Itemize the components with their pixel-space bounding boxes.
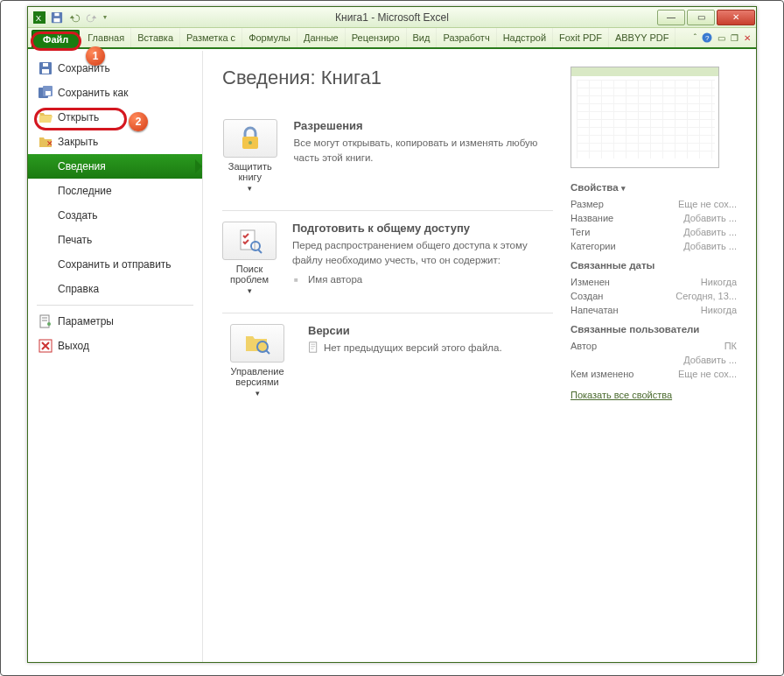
svg-point-17 bbox=[47, 322, 51, 326]
section-title: Подготовить к общему доступу bbox=[292, 222, 553, 235]
tab-view[interactable]: Вид bbox=[407, 28, 438, 47]
mdi-min-icon[interactable]: ▭ bbox=[718, 33, 725, 43]
prop-value[interactable]: Добавить ... bbox=[683, 241, 737, 251]
versions-icon bbox=[243, 329, 271, 357]
svg-rect-14 bbox=[40, 315, 49, 327]
svg-rect-9 bbox=[43, 63, 48, 67]
sidebar-item-new[interactable]: Создать bbox=[28, 203, 202, 228]
saveas-icon bbox=[38, 86, 52, 100]
sidebar-item-saveas[interactable]: Сохранить как bbox=[28, 81, 202, 105]
document-thumbnail[interactable] bbox=[570, 67, 719, 168]
checklist-icon bbox=[235, 227, 263, 255]
tab-data[interactable]: Данные bbox=[298, 28, 346, 47]
sidebar-item-options[interactable]: Параметры bbox=[28, 309, 202, 334]
section-title: Разрешения bbox=[294, 119, 553, 132]
section-list-item: Имя автора bbox=[292, 272, 553, 286]
sidebar-item-label: Последние bbox=[58, 185, 112, 197]
prop-key: Теги bbox=[570, 227, 590, 237]
close-doc-icon: ✕ bbox=[38, 135, 52, 149]
sidebar-item-label: Открыть bbox=[58, 111, 99, 123]
sidebar-item-print[interactable]: Печать bbox=[28, 228, 202, 252]
exit-icon bbox=[38, 339, 52, 353]
prop-key: Напечатан bbox=[570, 305, 618, 315]
svg-line-25 bbox=[266, 350, 270, 354]
mdi-restore-icon[interactable]: ❐ bbox=[731, 33, 738, 43]
page-title: Сведения: Книга1 bbox=[222, 67, 553, 89]
tab-foxit[interactable]: Foxit PDF bbox=[553, 28, 609, 47]
svg-point-20 bbox=[248, 141, 252, 144]
lock-icon bbox=[236, 124, 264, 152]
sidebar-item-close[interactable]: ✕ Закрыть bbox=[28, 130, 202, 154]
sidebar-item-label: Справка bbox=[58, 283, 99, 295]
save-icon bbox=[38, 61, 52, 75]
annotation-badge-2: 2 bbox=[129, 112, 148, 131]
prop-value[interactable]: Добавить ... bbox=[683, 227, 737, 237]
svg-rect-26 bbox=[310, 342, 317, 352]
sidebar-item-share[interactable]: Сохранить и отправить bbox=[28, 252, 202, 277]
dates-header: Связанные даты bbox=[570, 260, 737, 271]
prop-value[interactable]: Добавить ... bbox=[683, 213, 737, 223]
prop-value: Никогда bbox=[701, 305, 737, 315]
tab-insert[interactable]: Вставка bbox=[131, 28, 180, 47]
sidebar-item-label: Сведения bbox=[58, 160, 106, 173]
options-icon bbox=[38, 314, 52, 328]
section-text: Перед распространением общего доступа к … bbox=[292, 238, 553, 267]
prop-key: Категории bbox=[570, 241, 616, 251]
help-icon[interactable]: ? bbox=[702, 32, 712, 43]
sidebar-item-label: Выход bbox=[58, 340, 89, 352]
mdi-close-icon[interactable]: ✕ bbox=[744, 33, 751, 43]
prop-value: ПК bbox=[724, 341, 737, 351]
button-label: Защитить книгу bbox=[222, 161, 278, 182]
sidebar-item-label: Сохранить и отправить bbox=[58, 258, 172, 271]
prop-value: Еще не сох... bbox=[678, 199, 737, 209]
sidebar-item-info[interactable]: Сведения bbox=[28, 154, 202, 179]
sidebar-item-open[interactable]: Открыть bbox=[28, 105, 202, 130]
prop-key: Автор bbox=[570, 341, 597, 351]
page-icon bbox=[308, 342, 319, 353]
section-text: Все могут открывать, копировать и изменя… bbox=[294, 136, 553, 165]
sidebar-item-label: Создать bbox=[58, 209, 98, 222]
tab-review[interactable]: Рецензиро bbox=[346, 28, 407, 47]
button-label: Управление версиями bbox=[222, 366, 292, 387]
tab-layout[interactable]: Разметка с bbox=[180, 28, 242, 47]
tab-abbyy[interactable]: ABBYY PDF bbox=[609, 28, 676, 47]
prop-value: Сегодня, 13... bbox=[676, 291, 737, 301]
prop-value: Еще не сох... bbox=[678, 369, 737, 379]
prop-value: Никогда bbox=[701, 277, 737, 287]
sidebar-item-exit[interactable]: Выход bbox=[28, 334, 202, 358]
svg-text:✕: ✕ bbox=[46, 139, 52, 148]
show-all-properties[interactable]: Показать все свойства bbox=[570, 390, 672, 400]
tab-formulas[interactable]: Формулы bbox=[242, 28, 298, 47]
users-header: Связанные пользователи bbox=[570, 324, 737, 334]
check-issues-button[interactable]: Поиск проблем▾ bbox=[222, 222, 276, 295]
add-author[interactable]: Добавить ... bbox=[683, 355, 737, 365]
sidebar-item-label: Сохранить bbox=[58, 62, 110, 74]
info-main: Сведения: Книга1 Защитить книгу▾ Разреше… bbox=[222, 67, 553, 646]
tab-home[interactable]: Главная bbox=[81, 28, 131, 47]
props-header[interactable]: Свойства ▾ bbox=[570, 182, 737, 193]
sidebar-item-label: Печать bbox=[58, 234, 92, 246]
sidebar-item-help[interactable]: Справка bbox=[28, 277, 202, 301]
prop-key: Название bbox=[570, 213, 613, 223]
tab-developer[interactable]: Разработч bbox=[437, 28, 496, 47]
backstage-sidebar: Сохранить Сохранить как Открыть ✕ Закрыт… bbox=[28, 51, 203, 662]
folder-open-icon bbox=[38, 110, 52, 124]
sidebar-item-save[interactable]: Сохранить bbox=[28, 56, 202, 81]
titlebar: X ▾ Книга1 - Microsoft Excel — ▭ ✕ bbox=[28, 7, 756, 28]
svg-line-23 bbox=[258, 250, 262, 253]
annotation-badge-1: 1 bbox=[86, 46, 105, 66]
svg-rect-8 bbox=[42, 69, 49, 74]
svg-text:?: ? bbox=[705, 34, 710, 42]
tab-file[interactable]: Файл bbox=[32, 30, 80, 47]
ribbon-caret-icon[interactable]: ˆ bbox=[694, 33, 696, 43]
sidebar-item-recent[interactable]: Последние bbox=[28, 179, 202, 203]
protect-workbook-button[interactable]: Защитить книгу▾ bbox=[222, 119, 278, 193]
sidebar-item-label: Параметры bbox=[58, 315, 114, 327]
window-title: Книга1 - Microsoft Excel bbox=[28, 11, 756, 24]
manage-versions-button[interactable]: Управление версиями▾ bbox=[222, 324, 292, 398]
sidebar-item-label: Сохранить как bbox=[58, 87, 128, 99]
section-title: Версии bbox=[308, 324, 502, 337]
section-text: Нет предыдущих версий этого файла. bbox=[308, 341, 502, 356]
app-window: X ▾ Книга1 - Microsoft Excel — ▭ ✕ Файл … bbox=[27, 6, 757, 663]
tab-addins[interactable]: Надстрой bbox=[497, 28, 553, 47]
